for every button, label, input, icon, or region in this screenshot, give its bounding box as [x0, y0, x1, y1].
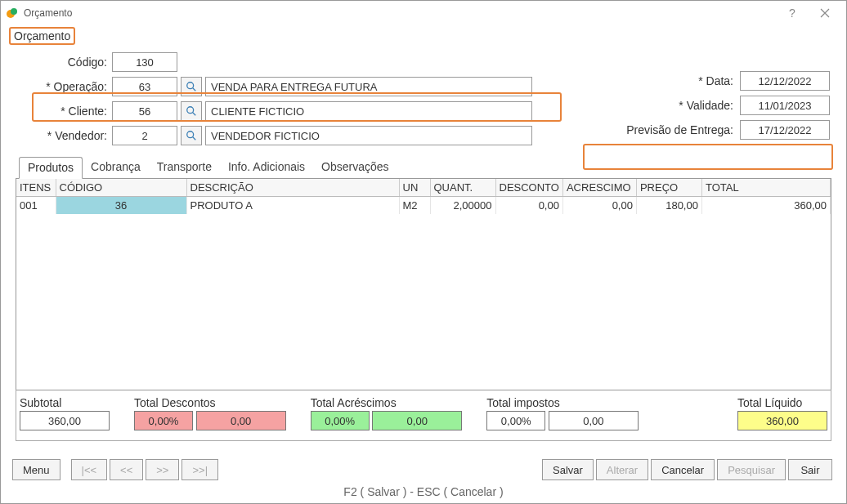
codigo-field[interactable]: 130 [112, 52, 177, 72]
liquido-label: Total Líquido [737, 396, 827, 409]
liquido-value: 360,00 [737, 411, 827, 430]
app-icon [6, 7, 19, 20]
menubar: Orçamento [1, 25, 846, 47]
cell-descricao[interactable]: PRODUTO A [186, 197, 399, 215]
sair-button[interactable]: Sair [788, 459, 832, 480]
vendedor-desc-field[interactable]: VENDEDOR FICTICIO [205, 126, 532, 145]
cell-itens[interactable]: 001 [16, 197, 56, 215]
svg-line-7 [193, 137, 196, 140]
help-button[interactable]: ? [776, 2, 809, 25]
cliente-search-button[interactable] [181, 101, 202, 121]
operacao-code-field[interactable]: 63 [112, 77, 177, 96]
nav-first-button[interactable]: |<< [71, 459, 108, 480]
svg-point-6 [187, 132, 194, 138]
col-desconto[interactable]: DESCONTO [495, 179, 562, 197]
cliente-desc-field[interactable]: CLIENTE FICTICIO [205, 101, 532, 121]
cliente-code-field[interactable]: 56 [112, 101, 177, 121]
cell-un[interactable]: M2 [399, 197, 430, 215]
pesquisar-button[interactable]: Pesquisar [717, 459, 786, 480]
salvar-button[interactable]: Salvar [542, 459, 594, 480]
operacao-desc-field[interactable]: VENDA PARA ENTREGA FUTURA [205, 77, 532, 96]
tab-cobranca[interactable]: Cobrança [83, 157, 149, 179]
tab-transporte[interactable]: Transporte [149, 157, 220, 179]
grid-header-row: ITENS CÓDIGO DESCRIÇÃO UN QUANT. DESCONT… [16, 179, 831, 197]
col-descricao[interactable]: DESCRIÇÃO [186, 179, 399, 197]
col-preco[interactable]: PREÇO [636, 179, 701, 197]
close-button[interactable] [809, 2, 841, 25]
col-itens[interactable]: ITENS [16, 179, 56, 197]
window-title: Orçamento [24, 7, 776, 19]
subtotal-value: 360,00 [20, 411, 110, 430]
label-validade: * Validade: [617, 99, 740, 112]
label-codigo: Código: [16, 56, 112, 69]
descontos-pct: 0,00% [134, 411, 193, 430]
data-field[interactable]: 12/12/2022 [740, 71, 830, 91]
impostos-pct: 0,00% [486, 411, 545, 430]
cell-preco[interactable]: 180,00 [636, 197, 701, 215]
cell-desconto[interactable]: 0,00 [495, 197, 562, 215]
svg-point-1 [11, 8, 17, 15]
svg-line-5 [193, 113, 196, 116]
tab-info[interactable]: Info. Adicionais [220, 157, 313, 179]
svg-point-2 [187, 83, 194, 89]
nav-prev-button[interactable]: << [110, 459, 143, 480]
label-cliente: * Cliente: [16, 105, 112, 118]
tab-obs[interactable]: Observações [313, 157, 397, 179]
footer: Menu |<< << >> >>| Salvar Alterar Cancel… [1, 451, 846, 503]
vendedor-search-button[interactable] [181, 126, 202, 145]
svg-point-4 [187, 107, 194, 114]
acrescimos-label: Total Acréscimos [311, 396, 463, 409]
col-total[interactable]: TOTAL [701, 179, 830, 197]
cancelar-button[interactable]: Cancelar [651, 459, 715, 480]
col-acrescimo[interactable]: ACRESCIMO [562, 179, 636, 197]
entrega-field[interactable]: 17/12/2022 [740, 120, 830, 140]
table-row[interactable]: 001 36 PRODUTO A M2 2,00000 0,00 0,00 18… [16, 197, 831, 215]
col-quant[interactable]: QUANT. [430, 179, 495, 197]
status-bar: F2 ( Salvar ) - ESC ( Cancelar ) [12, 480, 835, 500]
impostos-label: Total impostos [486, 396, 639, 409]
nav-last-button[interactable]: >>| [182, 459, 218, 480]
cell-quant[interactable]: 2,00000 [430, 197, 495, 215]
alterar-button[interactable]: Alterar [596, 459, 648, 480]
tab-produtos[interactable]: Produtos [19, 157, 83, 179]
titlebar: Orçamento ? [1, 1, 846, 25]
operacao-search-button[interactable] [181, 77, 202, 96]
svg-line-3 [193, 88, 196, 91]
tabs: Produtos Cobrança Transporte Info. Adici… [16, 156, 831, 178]
col-codigo[interactable]: CÓDIGO [56, 179, 186, 197]
acrescimos-pct: 0,00% [311, 411, 370, 430]
label-operacao: * Operação: [16, 80, 112, 93]
cell-codigo[interactable]: 36 [56, 197, 186, 215]
totals-bar: Subtotal 360,00 Total Descontos 0,00% 0,… [16, 390, 831, 441]
subtotal-label: Subtotal [20, 396, 110, 409]
validade-field[interactable]: 11/01/2023 [740, 96, 830, 115]
label-data: * Data: [617, 74, 740, 87]
descontos-label: Total Descontos [134, 396, 286, 409]
descontos-value: 0,00 [196, 411, 286, 430]
menu-button[interactable]: Menu [12, 459, 60, 480]
acrescimos-value: 0,00 [372, 411, 462, 430]
vendedor-code-field[interactable]: 2 [112, 126, 177, 145]
products-grid[interactable]: ITENS CÓDIGO DESCRIÇÃO UN QUANT. DESCONT… [16, 178, 831, 390]
label-vendedor: * Vendedor: [16, 129, 112, 142]
nav-next-button[interactable]: >> [146, 459, 179, 480]
cell-total[interactable]: 360,00 [701, 197, 830, 215]
impostos-value: 0,00 [549, 411, 639, 430]
col-un[interactable]: UN [399, 179, 430, 197]
label-entrega: Previsão de Entrega: [609, 123, 740, 136]
menu-orcamento[interactable]: Orçamento [9, 27, 75, 45]
cell-acrescimo[interactable]: 0,00 [562, 197, 636, 215]
